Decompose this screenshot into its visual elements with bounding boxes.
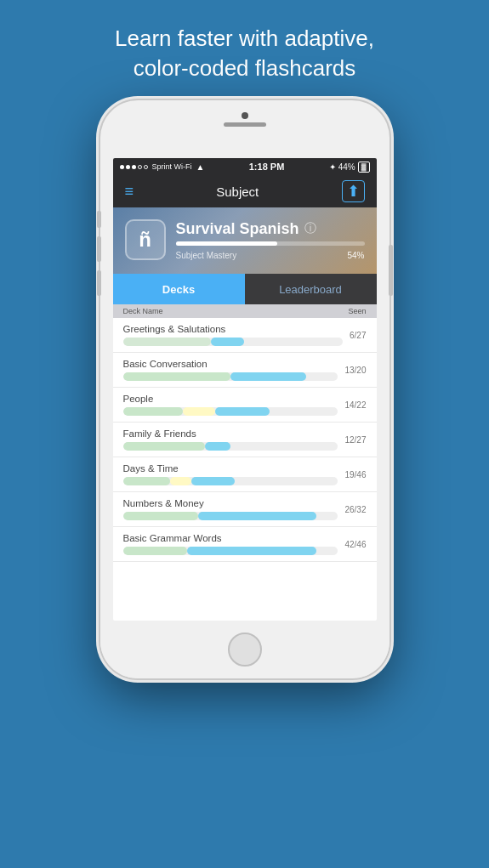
deck-bar-segment — [215, 407, 269, 416]
deck-item[interactable]: Greetings & Salutations6/27 — [113, 318, 377, 353]
nav-bar: ≡ Subject ⬆ — [113, 175, 377, 207]
deck-bar-segment — [123, 547, 188, 555]
deck-bar-segment — [123, 372, 230, 381]
deck-item[interactable]: Basic Conversation13/20 — [113, 353, 377, 388]
deck-bar-segment — [211, 338, 244, 346]
battery-pct: 44% — [338, 162, 355, 172]
deck-name-area: Greetings & Salutations — [123, 324, 344, 346]
subject-icon: ñ — [125, 219, 166, 260]
deck-bar-bg — [123, 442, 338, 451]
deck-name-area: Basic Grammar Words — [123, 533, 338, 555]
deck-seen: 6/27 — [350, 331, 366, 340]
battery-icon: ▓ — [358, 162, 370, 173]
deck-bar-segment — [123, 338, 211, 346]
volume-down-button — [97, 270, 101, 296]
deck-bar-bg — [123, 338, 344, 346]
side-buttons-left — [97, 211, 101, 296]
mastery-pct: 54% — [347, 251, 364, 260]
deck-col-name: Deck Name — [123, 307, 163, 315]
deck-name-area: People — [123, 394, 338, 416]
deck-name: Basic Grammar Words — [123, 533, 338, 543]
deck-name-area: Family & Friends — [123, 428, 338, 451]
deck-bar-bg — [123, 477, 338, 485]
deck-name: Greetings & Salutations — [123, 324, 344, 334]
home-button[interactable] — [228, 633, 262, 667]
tab-decks[interactable]: Decks — [113, 274, 245, 304]
status-right: ✦ 44% ▓ — [329, 162, 370, 173]
headline-line2: color-coded flashcards — [134, 55, 356, 81]
status-bar: Sprint Wi-Fi ▲ 1:18 PM ✦ 44% ▓ — [113, 158, 377, 175]
deck-name: Basic Conversation — [123, 359, 338, 369]
mastery-bar-fill — [176, 241, 278, 246]
deck-bar-segment — [123, 477, 171, 485]
wifi-icon: ▲ — [196, 162, 205, 172]
top-bezel — [100, 100, 389, 160]
deck-seen: 13/20 — [344, 366, 366, 375]
signal-dot-2 — [126, 165, 130, 169]
deck-bar-segment — [205, 442, 230, 451]
deck-list: Greetings & Salutations6/27Basic Convers… — [113, 318, 377, 562]
deck-item[interactable]: Family & Friends12/27 — [113, 423, 377, 457]
signal-dot-5 — [144, 165, 148, 169]
deck-item[interactable]: Days & Time19/46 — [113, 457, 377, 492]
nav-title: Subject — [216, 184, 259, 199]
subject-info: Survival Spanish ⓘ Subject Mastery 54% — [176, 220, 365, 260]
headline: Learn faster with adaptive, color-coded … — [81, 0, 408, 100]
deck-seen: 26/32 — [344, 505, 366, 514]
phone-screen: Sprint Wi-Fi ▲ 1:18 PM ✦ 44% ▓ ≡ Subject… — [113, 158, 377, 621]
deck-bar-segment — [191, 477, 235, 485]
camera — [242, 112, 248, 119]
info-icon[interactable]: ⓘ — [304, 221, 316, 236]
deck-bar-segment — [123, 442, 205, 451]
mute-button — [97, 211, 101, 228]
deck-name-area: Basic Conversation — [123, 359, 338, 381]
deck-name-area: Numbers & Money — [123, 498, 338, 520]
deck-bar-bg — [123, 512, 338, 520]
signal-dot-1 — [120, 165, 124, 169]
bottom-bezel — [100, 621, 389, 678]
signal-dot-3 — [132, 165, 136, 169]
carrier-label: Sprint Wi-Fi — [152, 162, 192, 171]
status-left: Sprint Wi-Fi ▲ — [120, 162, 205, 172]
bluetooth-icon: ✦ — [329, 162, 336, 172]
power-button — [389, 245, 393, 296]
deck-name: Days & Time — [123, 463, 338, 474]
deck-seen: 12/27 — [344, 435, 366, 445]
deck-bar-segment — [198, 512, 316, 520]
deck-seen: 42/46 — [344, 540, 366, 549]
deck-item[interactable]: Numbers & Money26/32 — [113, 492, 377, 527]
deck-bar-segment — [123, 407, 184, 416]
deck-item[interactable]: Basic Grammar Words42/46 — [113, 527, 377, 562]
deck-list-header: Deck Name Seen — [113, 304, 377, 318]
deck-name: People — [123, 394, 338, 404]
deck-item[interactable]: People14/22 — [113, 388, 377, 423]
deck-bar-bg — [123, 372, 338, 381]
deck-bar-segment — [170, 477, 191, 485]
volume-up-button — [97, 236, 101, 262]
headline-line1: Learn faster with adaptive, — [115, 26, 374, 51]
subject-name: Survival Spanish — [176, 220, 299, 238]
deck-name-area: Days & Time — [123, 463, 338, 485]
deck-bar-segment — [183, 407, 215, 416]
deck-name: Family & Friends — [123, 428, 338, 439]
share-icon[interactable]: ⬆ — [342, 180, 365, 202]
deck-bar-segment — [123, 512, 199, 520]
signal-dot-4 — [138, 165, 142, 169]
deck-col-seen: Seen — [348, 307, 366, 315]
deck-seen: 19/46 — [344, 470, 366, 479]
subject-header: ñ Survival Spanish ⓘ Subject Mastery 54% — [113, 207, 377, 274]
deck-bar-bg — [123, 407, 338, 416]
phone-body: Sprint Wi-Fi ▲ 1:18 PM ✦ 44% ▓ ≡ Subject… — [100, 100, 389, 678]
deck-bar-bg — [123, 547, 338, 555]
deck-bar-segment — [187, 547, 316, 555]
tabs-row: Decks Leaderboard — [113, 274, 377, 304]
speaker — [224, 122, 266, 127]
menu-icon[interactable]: ≡ — [125, 183, 134, 201]
deck-seen: 14/22 — [344, 400, 366, 410]
mastery-bar — [176, 241, 365, 246]
status-time: 1:18 PM — [249, 162, 285, 172]
tab-leaderboard[interactable]: Leaderboard — [245, 274, 377, 304]
deck-name: Numbers & Money — [123, 498, 338, 508]
side-button-right — [389, 245, 393, 296]
phone-frame: Sprint Wi-Fi ▲ 1:18 PM ✦ 44% ▓ ≡ Subject… — [100, 100, 389, 678]
